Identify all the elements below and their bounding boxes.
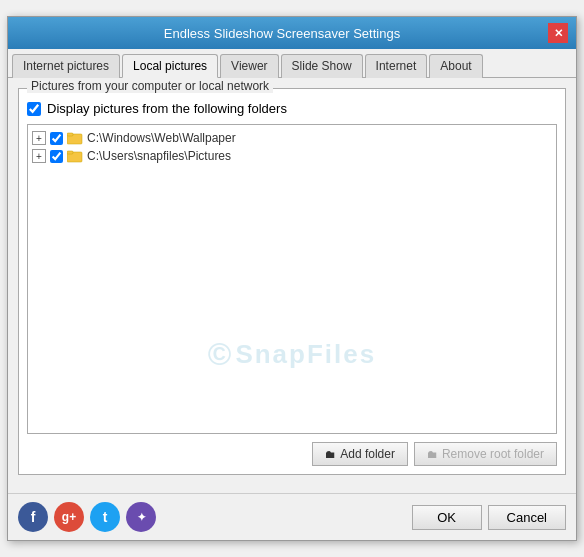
tab-viewer[interactable]: Viewer — [220, 54, 278, 78]
group-box: Pictures from your computer or local net… — [18, 88, 566, 475]
tabs-bar: Internet pictures Local pictures Viewer … — [8, 49, 576, 78]
window-title: Endless Slideshow Screensaver Settings — [16, 26, 548, 41]
tab-slide-show[interactable]: Slide Show — [281, 54, 363, 78]
folder-icon-1 — [67, 131, 83, 145]
social-icons: f g+ t ✦ — [18, 502, 156, 532]
tab-internet[interactable]: Internet — [365, 54, 428, 78]
remove-folder-icon: 🖿 — [427, 448, 438, 460]
google-plus-icon[interactable]: g+ — [54, 502, 84, 532]
display-folders-row: Display pictures from the following fold… — [27, 101, 557, 116]
snapfiles-icon[interactable]: ✦ — [126, 502, 156, 532]
folder-icon-2 — [67, 149, 83, 163]
title-bar: Endless Slideshow Screensaver Settings ✕ — [8, 17, 576, 49]
tab-local-pictures[interactable]: Local pictures — [122, 54, 218, 78]
action-buttons: OK Cancel — [412, 505, 566, 530]
folder-list: + C:\Windows\Web\Wallpaper + — [27, 124, 557, 434]
tab-about[interactable]: About — [429, 54, 482, 78]
twitter-icon[interactable]: t — [90, 502, 120, 532]
svg-rect-1 — [67, 133, 73, 136]
folder-item: + C:\Users\snapfiles\Pictures — [32, 147, 552, 165]
add-folder-icon: 🖿 — [325, 448, 336, 460]
group-label: Pictures from your computer or local net… — [27, 79, 273, 93]
ok-button[interactable]: OK — [412, 505, 482, 530]
folder-item: + C:\Windows\Web\Wallpaper — [32, 129, 552, 147]
svg-rect-3 — [67, 151, 73, 154]
facebook-icon[interactable]: f — [18, 502, 48, 532]
close-button[interactable]: ✕ — [548, 23, 568, 43]
folder-path-2: C:\Users\snapfiles\Pictures — [87, 149, 231, 163]
remove-root-folder-button[interactable]: 🖿 Remove root folder — [414, 442, 557, 466]
add-folder-button[interactable]: 🖿 Add folder — [312, 442, 408, 466]
tab-internet-pictures[interactable]: Internet pictures — [12, 54, 120, 78]
watermark-text: SnapFiles — [235, 339, 376, 370]
watermark: © SnapFiles — [208, 336, 376, 373]
watermark-symbol: © — [208, 336, 232, 373]
bottom-bar: f g+ t ✦ OK Cancel — [8, 493, 576, 540]
folder-path-1: C:\Windows\Web\Wallpaper — [87, 131, 236, 145]
expand-button-2[interactable]: + — [32, 149, 46, 163]
folder-checkbox-1[interactable] — [50, 132, 63, 145]
tab-content: Pictures from your computer or local net… — [8, 78, 576, 493]
folder-checkbox-2[interactable] — [50, 150, 63, 163]
display-folders-checkbox[interactable] — [27, 102, 41, 116]
display-folders-label: Display pictures from the following fold… — [47, 101, 287, 116]
expand-button-1[interactable]: + — [32, 131, 46, 145]
folder-buttons-row: 🖿 Add folder 🖿 Remove root folder — [27, 442, 557, 466]
cancel-button[interactable]: Cancel — [488, 505, 566, 530]
main-window: Endless Slideshow Screensaver Settings ✕… — [7, 16, 577, 541]
